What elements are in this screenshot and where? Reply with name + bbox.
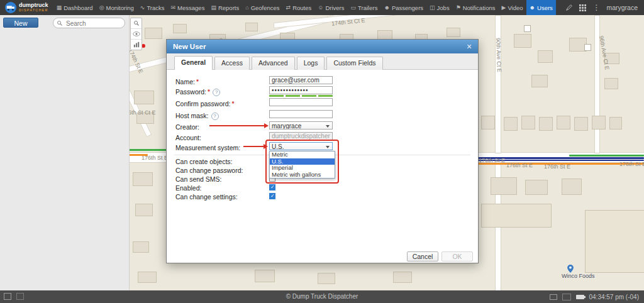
can-create-objects-label: Can create objects: bbox=[175, 157, 232, 166]
draw-icon[interactable] bbox=[565, 4, 573, 11]
tab-advanced[interactable]: Advanced bbox=[252, 57, 295, 70]
nav-item-drivers[interactable]: ☺Drivers bbox=[314, 0, 347, 15]
password-field[interactable] bbox=[269, 86, 333, 94]
map-marker bbox=[584, 44, 591, 51]
nav-item-geofences[interactable]: ⌂Geofences bbox=[242, 0, 282, 15]
nav-item-messages[interactable]: ✉Messages bbox=[168, 0, 208, 15]
building bbox=[318, 273, 335, 284]
nav-item-users[interactable]: ☻Users bbox=[526, 0, 556, 15]
enabled-label: Enabled: bbox=[175, 184, 201, 192]
nav-item-tracks[interactable]: ∿Tracks bbox=[137, 0, 168, 15]
map-zoom-tool[interactable] bbox=[131, 18, 142, 29]
nav-item-video[interactable]: ▶Video bbox=[498, 0, 526, 15]
name-field[interactable] bbox=[269, 76, 333, 84]
apps-grid-icon[interactable] bbox=[579, 4, 586, 11]
tab-general[interactable]: General bbox=[174, 56, 213, 70]
passengers-icon: ☻ bbox=[384, 4, 389, 11]
clock-time: 04:34:57 pm (-04) bbox=[589, 294, 640, 300]
current-username[interactable]: marygrace bbox=[606, 4, 638, 11]
battery-icon bbox=[576, 295, 584, 299]
dialog-header[interactable]: New User × bbox=[167, 40, 478, 53]
users-list-panel: New bbox=[0, 15, 130, 290]
map-marker bbox=[524, 25, 531, 32]
dropdown-option-metric-gallons[interactable]: Metric with gallons bbox=[270, 172, 335, 179]
required-asterisk: * bbox=[232, 100, 235, 107]
map-visibility-tool[interactable] bbox=[131, 29, 142, 40]
search-box bbox=[53, 18, 125, 28]
dropdown-option-metric[interactable]: Metric bbox=[270, 152, 335, 158]
help-icon[interactable]: ? bbox=[213, 89, 220, 96]
enabled-checkbox[interactable] bbox=[269, 184, 275, 190]
log-icon[interactable] bbox=[550, 294, 557, 300]
building bbox=[138, 272, 157, 283]
street-label: 176th St E bbox=[619, 161, 644, 167]
cancel-button[interactable]: Cancel bbox=[407, 251, 438, 262]
name-label: Name:* bbox=[175, 77, 199, 86]
topbar-right-cluster: ⋮ marygrace bbox=[559, 3, 644, 12]
building bbox=[393, 272, 412, 283]
building bbox=[585, 210, 644, 273]
drivers-icon: ☺ bbox=[318, 4, 323, 11]
building bbox=[525, 180, 548, 195]
building bbox=[145, 28, 162, 39]
tab-custom-fields[interactable]: Custom Fields bbox=[326, 57, 382, 70]
building bbox=[504, 117, 518, 131]
can-change-settings-checkbox[interactable] bbox=[269, 193, 275, 199]
nav-item-notifications[interactable]: ⚑Notifications bbox=[453, 0, 499, 15]
nav-item-passengers[interactable]: ☻Passengers bbox=[380, 0, 426, 15]
creator-select[interactable]: marygrace bbox=[269, 121, 333, 129]
dashboard-icon: ▦ bbox=[57, 4, 62, 11]
can-change-password-label: Can change password: bbox=[175, 166, 243, 175]
connection-icon[interactable] bbox=[562, 294, 571, 300]
building bbox=[539, 117, 553, 131]
app-logo[interactable]: dumptruck DISPATCHER bbox=[0, 2, 53, 13]
video-icon: ▶ bbox=[501, 4, 506, 11]
notifications-icon: ⚑ bbox=[456, 4, 461, 11]
routes-icon: ⇄ bbox=[286, 4, 291, 11]
creator-label: Creator: bbox=[175, 123, 199, 131]
building bbox=[574, 117, 588, 131]
nav-item-routes[interactable]: ⇄Routes bbox=[283, 0, 315, 15]
new-user-button[interactable]: New bbox=[3, 18, 38, 28]
map-toolbar bbox=[130, 18, 142, 50]
street-label: 90th Ave Ct E bbox=[495, 38, 502, 72]
trailers-icon: ▭ bbox=[351, 4, 357, 11]
copyright-text: © Dump Truck Dispatcher bbox=[0, 290, 644, 303]
ok-button[interactable]: OK bbox=[441, 251, 473, 262]
dropdown-option-imperial[interactable]: Imperial bbox=[270, 165, 335, 172]
nav-item-trailers[interactable]: ▭Trailers bbox=[348, 0, 381, 15]
tab-logs[interactable]: Logs bbox=[297, 57, 325, 70]
nav-item-units[interactable]: ▣Units bbox=[556, 0, 560, 15]
search-input[interactable] bbox=[65, 19, 123, 28]
logo-subtext: DISPATCHER bbox=[19, 8, 48, 13]
stats-icon bbox=[133, 41, 140, 48]
nav-item-dashboard[interactable]: ▦Dashboard bbox=[53, 0, 96, 15]
confirm-password-field[interactable] bbox=[269, 98, 333, 106]
nav-item-monitoring[interactable]: ◎Monitoring bbox=[96, 0, 137, 15]
logo-text: dumptruck bbox=[19, 3, 48, 8]
street-label: 176th St E bbox=[544, 163, 570, 170]
host-mask-field[interactable] bbox=[269, 110, 333, 118]
building bbox=[245, 23, 258, 31]
building bbox=[133, 172, 153, 186]
nav-item-jobs[interactable]: ◫Jobs bbox=[426, 0, 453, 15]
search-icon bbox=[57, 20, 63, 26]
eye-icon bbox=[133, 31, 140, 36]
building bbox=[255, 270, 275, 282]
main-nav: ▦Dashboard ◎Monitoring ∿Tracks ✉Messages… bbox=[53, 0, 560, 15]
measurement-system-select[interactable]: U.S. bbox=[269, 142, 333, 150]
help-icon[interactable]: ? bbox=[211, 113, 219, 120]
required-asterisk: * bbox=[208, 88, 210, 96]
map-stats-tool[interactable] bbox=[131, 40, 142, 50]
building bbox=[134, 91, 154, 104]
building bbox=[604, 78, 618, 89]
building bbox=[173, 24, 187, 33]
messages-icon: ✉ bbox=[171, 4, 176, 11]
more-menu-icon[interactable]: ⋮ bbox=[592, 3, 600, 12]
nav-item-reports[interactable]: ▤Reports bbox=[208, 0, 242, 15]
jobs-icon: ◫ bbox=[430, 4, 435, 11]
dropdown-option-us[interactable]: U.S. bbox=[270, 158, 335, 165]
close-icon[interactable]: × bbox=[464, 40, 474, 53]
tab-access[interactable]: Access bbox=[214, 57, 250, 70]
building bbox=[562, 179, 582, 195]
